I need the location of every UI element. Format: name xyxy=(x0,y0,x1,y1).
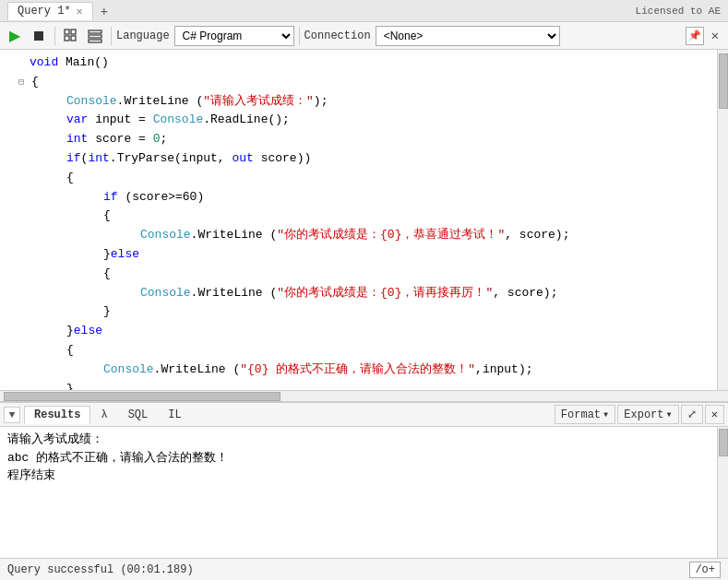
code-line: } xyxy=(18,380,710,390)
code-line: }else xyxy=(18,245,710,265)
results-tab-bar: ▼ Results λ SQL IL Format ▾ Export ▾ ⤢ ✕ xyxy=(0,403,728,427)
code-line: Console.WriteLine ("请输入考试成绩："); xyxy=(18,92,710,112)
results-content[interactable]: 请输入考试成绩： abc 的格式不正确，请输入合法的整数！ 程序结束 xyxy=(0,427,717,558)
add-tab-button[interactable]: + xyxy=(93,2,115,20)
export-label: Export xyxy=(624,408,663,421)
svg-rect-0 xyxy=(65,30,69,34)
table-view-button[interactable] xyxy=(84,25,106,47)
tab-results-label: Results xyxy=(34,408,80,421)
results-body: 请输入考试成绩： abc 的格式不正确，请输入合法的整数！ 程序结束 xyxy=(0,427,728,558)
svg-rect-5 xyxy=(89,35,101,38)
query-tab-label: Query 1* xyxy=(18,5,71,18)
code-line: }else xyxy=(18,322,710,341)
tab-bar: Query 1* ✕ + xyxy=(7,2,115,20)
editor-vscroll-thumb[interactable] xyxy=(719,53,728,109)
tab-il-label: IL xyxy=(168,408,181,421)
code-line: } xyxy=(18,302,710,322)
code-line: { xyxy=(18,265,710,284)
svg-rect-3 xyxy=(71,36,76,41)
tab-results[interactable]: Results xyxy=(24,406,90,424)
editor-hscroll-thumb[interactable] xyxy=(4,392,280,401)
collapse-icon[interactable]: ⊟ xyxy=(18,76,30,90)
tab-sql-label: SQL xyxy=(128,408,149,421)
code-block: void Main() ⊟ { Console.WriteLine ("请输入考… xyxy=(0,53,717,390)
editor-hscroll[interactable] xyxy=(0,390,728,401)
results-vscroll[interactable] xyxy=(717,427,728,558)
code-line: var input = Console.ReadLine(); xyxy=(18,111,710,130)
status-bar: Query successful (00:01.189) /o+ xyxy=(0,558,728,580)
format-button[interactable]: Format ▾ xyxy=(555,405,615,424)
connection-label: Connection xyxy=(304,30,371,42)
language-label: Language xyxy=(116,30,170,42)
export-button[interactable]: Export ▾ xyxy=(617,405,678,424)
expand-results-button[interactable]: ⤢ xyxy=(681,405,703,424)
editor-vscroll[interactable] xyxy=(717,50,728,390)
code-editor[interactable]: void Main() ⊟ { Console.WriteLine ("请输入考… xyxy=(0,50,717,390)
license-text: Licensed to AE xyxy=(636,6,721,17)
toolbar-sep-1 xyxy=(54,27,55,45)
svg-rect-1 xyxy=(71,30,76,34)
grid-view-button[interactable] xyxy=(60,25,82,47)
code-line: Console.WriteLine ("你的考试成绩是：{0}，恭喜通过考试！"… xyxy=(18,226,710,245)
svg-rect-6 xyxy=(89,40,101,42)
close-results-icon: ✕ xyxy=(711,408,718,421)
tab-close-icon[interactable]: ✕ xyxy=(77,5,83,18)
code-line: Console.WriteLine ("{0} 的格式不正确，请输入合法的整数！… xyxy=(18,361,710,380)
export-arrow-icon: ▾ xyxy=(666,408,673,421)
run-button[interactable]: ▶ xyxy=(4,25,26,47)
result-line-1: 请输入考试成绩： xyxy=(7,431,710,449)
result-line-2: abc 的格式不正确，请输入合法的整数！ xyxy=(7,449,710,468)
tab-sql[interactable]: SQL xyxy=(118,406,159,424)
code-line: ⊟ { xyxy=(18,73,710,92)
stop-button[interactable] xyxy=(28,25,50,47)
results-vscroll-thumb[interactable] xyxy=(719,429,728,456)
toolbar-sep-3 xyxy=(299,27,300,45)
svg-rect-2 xyxy=(65,36,69,41)
code-line: if (score>=60) xyxy=(18,188,710,207)
svg-rect-4 xyxy=(89,30,101,33)
code-line: int score = 0; xyxy=(18,130,710,149)
close-query-button[interactable]: ✕ xyxy=(706,27,724,45)
format-arrow-icon: ▾ xyxy=(603,408,609,421)
code-line: Console.WriteLine ("你的考试成绩是：{0}，请再接再厉！",… xyxy=(18,284,710,303)
tab-il[interactable]: IL xyxy=(158,406,191,424)
status-text: Query successful (00:01.189) xyxy=(7,563,194,576)
format-label: Format xyxy=(561,408,601,421)
language-select[interactable]: C# Program xyxy=(174,26,294,46)
tab-lambda[interactable]: λ xyxy=(90,406,117,424)
toolbar-sep-2 xyxy=(111,27,112,45)
close-results-button[interactable]: ✕ xyxy=(705,405,724,424)
editor-main: void Main() ⊟ { Console.WriteLine ("请输入考… xyxy=(0,50,728,390)
pin-button[interactable]: 📌 xyxy=(686,27,704,45)
status-right-label: /o+ xyxy=(689,562,721,578)
title-bar: Query 1* ✕ + Licensed to AE xyxy=(0,0,728,22)
connection-select[interactable]: <None> xyxy=(376,26,560,46)
results-panel-collapse[interactable]: ▼ xyxy=(4,407,20,423)
expand-icon: ⤢ xyxy=(687,408,697,421)
result-line-3: 程序结束 xyxy=(7,467,710,485)
code-line: void Main() xyxy=(18,53,710,73)
results-panel: ▼ Results λ SQL IL Format ▾ Export ▾ ⤢ ✕ xyxy=(0,401,728,558)
query-tab[interactable]: Query 1* ✕ xyxy=(7,2,93,20)
tab-lambda-label: λ xyxy=(101,408,107,421)
code-line: { xyxy=(18,169,710,188)
code-line: { xyxy=(18,341,710,361)
toolbar: ▶ Language C# Program Connection <None> … xyxy=(0,22,728,50)
editor-container: void Main() ⊟ { Console.WriteLine ("请输入考… xyxy=(0,50,728,401)
code-line: if(int.TryParse(input, out score)) xyxy=(18,149,710,169)
code-line: { xyxy=(18,207,710,226)
